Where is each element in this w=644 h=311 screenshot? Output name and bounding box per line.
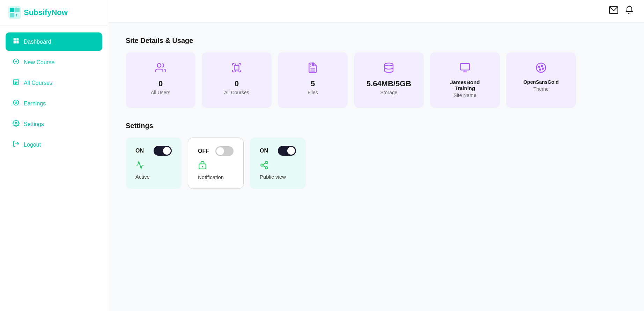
plus-circle-icon: [13, 58, 20, 67]
notification-name: Notification: [198, 174, 234, 180]
dashboard-icon: [13, 37, 20, 46]
svg-line-39: [263, 166, 265, 167]
svg-rect-23: [234, 65, 239, 70]
svg-rect-6: [16, 38, 19, 41]
sidebar-settings-label: Settings: [24, 121, 44, 127]
svg-point-38: [265, 166, 268, 169]
courses-icon: [231, 62, 242, 76]
setting-card-public-view: ON: [250, 138, 306, 189]
notification-body: Notification: [198, 161, 234, 180]
share-icon: [260, 161, 296, 172]
theme-label: Theme: [533, 86, 549, 92]
setting-active-header: ON: [135, 146, 172, 156]
public-view-toggle-knob: [287, 147, 295, 155]
active-status: ON: [135, 148, 144, 154]
bell-icon[interactable]: [625, 6, 634, 17]
active-toggle-knob: [163, 147, 171, 155]
nav-menu: Dashboard New Course: [0, 25, 108, 161]
stat-card-all-courses: 0 All Courses: [202, 52, 272, 108]
logo-part1: Subsify: [24, 8, 51, 17]
all-users-value: 0: [158, 79, 163, 88]
stats-row: 0 All Users 0: [126, 52, 627, 108]
logo-part2: Now: [51, 8, 67, 17]
sidebar-item-all-courses[interactable]: All Courses: [6, 74, 102, 92]
svg-point-37: [261, 164, 263, 166]
svg-point-31: [541, 65, 543, 67]
active-body: Active: [135, 161, 172, 180]
svg-rect-8: [16, 41, 19, 44]
theme-value: OpenSansGold: [523, 79, 558, 85]
storage-label: Storage: [380, 90, 397, 95]
svg-rect-1: [10, 8, 14, 12]
svg-point-33: [539, 69, 541, 70]
notification-toggle-knob: [216, 147, 224, 155]
storage-value: 5.64MB/5GB: [367, 79, 411, 88]
svg-line-40: [263, 163, 265, 164]
svg-text:1: 1: [15, 13, 17, 17]
all-courses-label: All Courses: [224, 90, 249, 95]
site-details-section: Site Details & Usage 0 All Users: [126, 37, 627, 108]
stat-card-all-users: 0 All Users: [126, 52, 195, 108]
svg-rect-7: [14, 41, 16, 44]
active-name: Active: [135, 174, 172, 180]
svg-point-30: [539, 66, 540, 67]
setting-public-view-header: ON: [260, 146, 296, 156]
content-area: Site Details & Usage 0 All Users: [108, 23, 644, 203]
files-icon: [307, 62, 318, 76]
logout-icon: [13, 140, 20, 149]
public-view-toggle[interactable]: [278, 146, 296, 156]
gear-icon: [13, 120, 20, 128]
sidebar: 1 SubsifyNow Dashboard: [0, 0, 108, 311]
sidebar-dashboard-label: Dashboard: [24, 39, 51, 45]
sidebar-item-settings[interactable]: Settings: [6, 115, 102, 133]
svg-point-29: [536, 63, 546, 73]
public-view-status: ON: [260, 148, 268, 154]
setting-notification-header: OFF: [198, 146, 234, 156]
svg-rect-26: [460, 64, 470, 70]
sidebar-item-new-course[interactable]: New Course: [6, 53, 102, 72]
sidebar-item-logout[interactable]: Logout: [6, 135, 102, 154]
sidebar-all-courses-label: All Courses: [24, 80, 52, 86]
public-view-name: Public view: [260, 174, 296, 180]
svg-rect-2: [15, 8, 20, 12]
notification-icon: [198, 161, 234, 172]
svg-point-32: [542, 68, 543, 69]
sidebar-logout-label: Logout: [24, 142, 41, 148]
active-toggle[interactable]: [154, 146, 172, 156]
setting-card-notification: OFF Notification: [188, 138, 244, 189]
notification-toggle[interactable]: [215, 146, 234, 156]
users-icon: [155, 62, 166, 76]
logo-icon: 1: [8, 6, 21, 19]
stat-card-files: 5 Files: [278, 52, 348, 108]
all-courses-value: 0: [235, 79, 239, 88]
main-area: Site Details & Usage 0 All Users: [108, 0, 644, 311]
setting-card-active: ON Active: [126, 138, 182, 189]
svg-rect-5: [14, 38, 16, 41]
settings-row: ON Active: [126, 138, 627, 189]
theme-icon: [535, 62, 547, 76]
topbar: [108, 0, 644, 23]
mail-icon[interactable]: [609, 6, 618, 16]
settings-title: Settings: [126, 122, 627, 130]
files-value: 5: [311, 79, 315, 88]
logo-area: 1 SubsifyNow: [0, 0, 108, 25]
sidebar-item-earnings[interactable]: Earnings: [6, 94, 102, 113]
sidebar-item-dashboard[interactable]: Dashboard: [6, 32, 102, 51]
dollar-icon: [13, 99, 20, 108]
all-users-label: All Users: [151, 90, 170, 95]
logo-text: SubsifyNow: [24, 8, 68, 17]
site-name-value: JamesBond Training: [441, 79, 489, 91]
svg-point-25: [385, 63, 393, 66]
svg-point-36: [265, 161, 268, 164]
site-icon: [459, 62, 471, 76]
stat-card-site-name: JamesBond Training Site Name: [430, 52, 500, 108]
site-name-label: Site Name: [453, 92, 476, 98]
svg-point-18: [15, 123, 17, 124]
public-view-body: Public view: [260, 161, 296, 180]
svg-rect-3: [10, 13, 14, 17]
svg-rect-24: [312, 63, 314, 66]
stat-card-storage: 5.64MB/5GB Storage: [354, 52, 424, 108]
sidebar-earnings-label: Earnings: [24, 101, 46, 107]
site-details-title: Site Details & Usage: [126, 37, 627, 45]
files-label: Files: [308, 90, 318, 95]
